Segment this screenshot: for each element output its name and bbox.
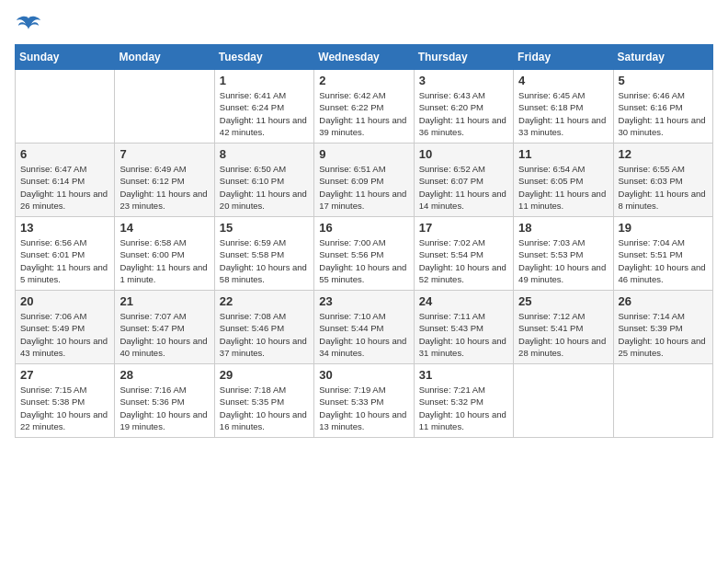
calendar-week-row: 6Sunrise: 6:47 AMSunset: 6:14 PMDaylight… bbox=[16, 144, 713, 217]
calendar-cell: 12Sunrise: 6:55 AMSunset: 6:03 PMDayligh… bbox=[613, 144, 712, 217]
day-header-thursday: Thursday bbox=[414, 45, 513, 70]
calendar-cell bbox=[613, 364, 712, 438]
cell-info: Sunrise: 7:18 AMSunset: 5:35 PMDaylight:… bbox=[220, 384, 309, 432]
cell-info: Sunrise: 6:46 AMSunset: 6:16 PMDaylight:… bbox=[619, 89, 708, 138]
day-number: 21 bbox=[119, 294, 209, 308]
day-number: 31 bbox=[419, 368, 508, 382]
cell-info: Sunrise: 6:55 AMSunset: 6:03 PMDaylight:… bbox=[619, 163, 708, 212]
day-number: 5 bbox=[619, 74, 708, 87]
cell-info: Sunrise: 6:41 AMSunset: 6:24 PMDaylight:… bbox=[220, 89, 309, 138]
cell-info: Sunrise: 6:42 AMSunset: 6:22 PMDaylight:… bbox=[319, 89, 408, 138]
day-number: 6 bbox=[20, 147, 109, 161]
day-number: 22 bbox=[220, 294, 309, 308]
calendar-cell bbox=[514, 364, 613, 438]
calendar-cell: 19Sunrise: 7:04 AMSunset: 5:51 PMDayligh… bbox=[613, 217, 712, 291]
calendar-cell: 18Sunrise: 7:03 AMSunset: 5:53 PMDayligh… bbox=[514, 217, 613, 291]
day-number: 10 bbox=[419, 147, 508, 161]
calendar-cell: 9Sunrise: 6:51 AMSunset: 6:09 PMDaylight… bbox=[314, 144, 414, 217]
calendar-cell: 24Sunrise: 7:11 AMSunset: 5:43 PMDayligh… bbox=[414, 291, 513, 364]
calendar-cell: 7Sunrise: 6:49 AMSunset: 6:12 PMDaylight… bbox=[115, 144, 214, 217]
day-number: 7 bbox=[119, 147, 209, 161]
cell-info: Sunrise: 6:43 AMSunset: 6:20 PMDaylight:… bbox=[419, 89, 508, 138]
calendar-cell: 6Sunrise: 6:47 AMSunset: 6:14 PMDaylight… bbox=[16, 144, 115, 217]
calendar-cell: 25Sunrise: 7:12 AMSunset: 5:41 PMDayligh… bbox=[514, 291, 613, 364]
day-number: 18 bbox=[518, 221, 608, 235]
calendar-cell: 20Sunrise: 7:06 AMSunset: 5:49 PMDayligh… bbox=[16, 291, 115, 364]
day-number: 12 bbox=[619, 147, 708, 161]
cell-info: Sunrise: 6:49 AMSunset: 6:12 PMDaylight:… bbox=[119, 163, 209, 212]
day-number: 1 bbox=[220, 74, 309, 87]
calendar-cell: 1Sunrise: 6:41 AMSunset: 6:24 PMDaylight… bbox=[214, 70, 313, 144]
day-number: 13 bbox=[20, 221, 109, 235]
day-header-tuesday: Tuesday bbox=[214, 45, 313, 70]
calendar-cell: 13Sunrise: 6:56 AMSunset: 6:01 PMDayligh… bbox=[16, 217, 115, 291]
calendar-cell: 30Sunrise: 7:19 AMSunset: 5:33 PMDayligh… bbox=[314, 364, 414, 438]
calendar-cell: 15Sunrise: 6:59 AMSunset: 5:58 PMDayligh… bbox=[214, 217, 313, 291]
day-number: 26 bbox=[619, 294, 708, 308]
calendar-cell: 17Sunrise: 7:02 AMSunset: 5:54 PMDayligh… bbox=[414, 217, 513, 291]
calendar-cell: 4Sunrise: 6:45 AMSunset: 6:18 PMDaylight… bbox=[514, 70, 613, 144]
calendar-cell: 23Sunrise: 7:10 AMSunset: 5:44 PMDayligh… bbox=[314, 291, 414, 364]
cell-info: Sunrise: 7:15 AMSunset: 5:38 PMDaylight:… bbox=[20, 384, 109, 432]
cell-info: Sunrise: 7:14 AMSunset: 5:39 PMDaylight:… bbox=[619, 310, 708, 359]
calendar-cell: 31Sunrise: 7:21 AMSunset: 5:32 PMDayligh… bbox=[414, 364, 513, 438]
cell-info: Sunrise: 7:04 AMSunset: 5:51 PMDaylight:… bbox=[619, 236, 708, 285]
day-number: 20 bbox=[20, 294, 109, 308]
cell-info: Sunrise: 6:52 AMSunset: 6:07 PMDaylight:… bbox=[419, 163, 508, 212]
calendar-cell: 26Sunrise: 7:14 AMSunset: 5:39 PMDayligh… bbox=[613, 291, 712, 364]
calendar-week-row: 20Sunrise: 7:06 AMSunset: 5:49 PMDayligh… bbox=[16, 291, 713, 364]
cell-info: Sunrise: 6:59 AMSunset: 5:58 PMDaylight:… bbox=[220, 236, 309, 285]
day-header-monday: Monday bbox=[115, 45, 214, 70]
logo bbox=[15, 15, 40, 33]
day-number: 17 bbox=[419, 221, 508, 235]
day-number: 15 bbox=[220, 221, 309, 235]
page-header bbox=[15, 15, 713, 33]
calendar-week-row: 1Sunrise: 6:41 AMSunset: 6:24 PMDaylight… bbox=[16, 70, 713, 144]
cell-info: Sunrise: 6:51 AMSunset: 6:09 PMDaylight:… bbox=[319, 163, 408, 212]
cell-info: Sunrise: 7:10 AMSunset: 5:44 PMDaylight:… bbox=[319, 310, 408, 359]
cell-info: Sunrise: 6:56 AMSunset: 6:01 PMDaylight:… bbox=[20, 236, 109, 285]
cell-info: Sunrise: 7:19 AMSunset: 5:33 PMDaylight:… bbox=[319, 384, 408, 432]
day-header-friday: Friday bbox=[514, 45, 613, 70]
calendar-cell: 14Sunrise: 6:58 AMSunset: 6:00 PMDayligh… bbox=[115, 217, 214, 291]
day-number: 11 bbox=[518, 147, 608, 161]
cell-info: Sunrise: 7:03 AMSunset: 5:53 PMDaylight:… bbox=[518, 236, 608, 285]
cell-info: Sunrise: 6:45 AMSunset: 6:18 PMDaylight:… bbox=[518, 89, 608, 138]
day-number: 9 bbox=[319, 147, 408, 161]
cell-info: Sunrise: 6:47 AMSunset: 6:14 PMDaylight:… bbox=[20, 163, 109, 212]
calendar-cell: 27Sunrise: 7:15 AMSunset: 5:38 PMDayligh… bbox=[16, 364, 115, 438]
calendar-cell: 2Sunrise: 6:42 AMSunset: 6:22 PMDaylight… bbox=[314, 70, 414, 144]
calendar-cell: 3Sunrise: 6:43 AMSunset: 6:20 PMDaylight… bbox=[414, 70, 513, 144]
calendar-week-row: 27Sunrise: 7:15 AMSunset: 5:38 PMDayligh… bbox=[16, 364, 713, 438]
day-header-saturday: Saturday bbox=[613, 45, 712, 70]
day-number: 4 bbox=[518, 74, 608, 87]
day-number: 2 bbox=[319, 74, 408, 87]
day-header-wednesday: Wednesday bbox=[314, 45, 414, 70]
day-number: 30 bbox=[319, 368, 408, 382]
day-number: 19 bbox=[619, 221, 708, 235]
cell-info: Sunrise: 6:58 AMSunset: 6:00 PMDaylight:… bbox=[119, 236, 209, 285]
cell-info: Sunrise: 7:02 AMSunset: 5:54 PMDaylight:… bbox=[419, 236, 508, 285]
day-number: 8 bbox=[220, 147, 309, 161]
calendar-cell: 29Sunrise: 7:18 AMSunset: 5:35 PMDayligh… bbox=[214, 364, 313, 438]
day-number: 16 bbox=[319, 221, 408, 235]
cell-info: Sunrise: 6:50 AMSunset: 6:10 PMDaylight:… bbox=[220, 163, 309, 212]
calendar-cell: 22Sunrise: 7:08 AMSunset: 5:46 PMDayligh… bbox=[214, 291, 313, 364]
day-number: 28 bbox=[119, 368, 209, 382]
day-number: 29 bbox=[220, 368, 309, 382]
day-number: 23 bbox=[319, 294, 408, 308]
day-number: 14 bbox=[119, 221, 209, 235]
calendar-cell: 5Sunrise: 6:46 AMSunset: 6:16 PMDaylight… bbox=[613, 70, 712, 144]
calendar-cell bbox=[16, 70, 115, 144]
day-header-sunday: Sunday bbox=[16, 45, 115, 70]
calendar-cell: 8Sunrise: 6:50 AMSunset: 6:10 PMDaylight… bbox=[214, 144, 313, 217]
calendar-cell: 11Sunrise: 6:54 AMSunset: 6:05 PMDayligh… bbox=[514, 144, 613, 217]
cell-info: Sunrise: 7:00 AMSunset: 5:56 PMDaylight:… bbox=[319, 236, 408, 285]
calendar-cell: 10Sunrise: 6:52 AMSunset: 6:07 PMDayligh… bbox=[414, 144, 513, 217]
cell-info: Sunrise: 7:07 AMSunset: 5:47 PMDaylight:… bbox=[119, 310, 209, 359]
calendar-header-row: SundayMondayTuesdayWednesdayThursdayFrid… bbox=[16, 45, 713, 70]
calendar-week-row: 13Sunrise: 6:56 AMSunset: 6:01 PMDayligh… bbox=[16, 217, 713, 291]
cell-info: Sunrise: 6:54 AMSunset: 6:05 PMDaylight:… bbox=[518, 163, 608, 212]
cell-info: Sunrise: 7:06 AMSunset: 5:49 PMDaylight:… bbox=[20, 310, 109, 359]
day-number: 25 bbox=[518, 294, 608, 308]
